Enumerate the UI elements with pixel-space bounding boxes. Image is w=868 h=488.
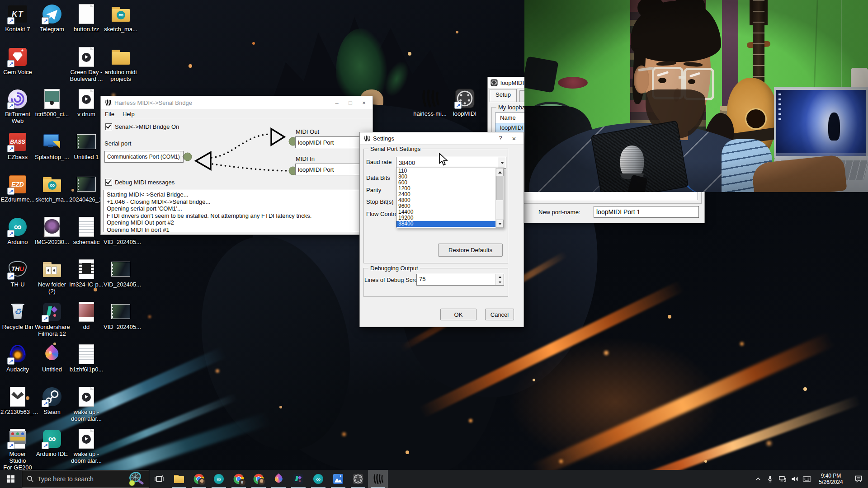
- desktop-icon-telegram[interactable]: ↗Telegram: [35, 4, 69, 33]
- debug-log-box[interactable]: Starting MIDI<->Serial Bridge...+1.046 -…: [104, 190, 370, 232]
- baud-option-110[interactable]: 110: [396, 168, 496, 174]
- chevron-down-icon[interactable]: [498, 157, 506, 168]
- bridge-on-checkbox[interactable]: Serial<->MIDI Bridge On: [105, 123, 179, 130]
- taskbar-app-hairless[interactable]: [368, 470, 388, 488]
- splashtop-icon: [42, 131, 62, 152]
- desktop-icon-label: BitTorrent Web: [0, 111, 35, 124]
- desktop-icon-schematic[interactable]: schematic: [69, 216, 104, 245]
- baud-option-2400[interactable]: 2400: [396, 192, 496, 197]
- desktop-icon-button-fzz[interactable]: button.fzz: [69, 4, 104, 33]
- hairless-titlebar[interactable]: Hairless MIDI<->Serial Bridge – □ ×: [101, 96, 373, 109]
- taskbar-app-arduino[interactable]: ∞: [209, 470, 229, 488]
- desktop-icon-sketch-ma[interactable]: ∞sketch_ma...: [104, 4, 138, 33]
- midi-out-label: MIDI Out: [296, 128, 319, 135]
- serial-port-combobox[interactable]: Communications Port (COM1): [104, 151, 184, 163]
- desktop-icon-wondershare-filmora-12[interactable]: ↗Wondershare Filmora 12: [35, 301, 69, 337]
- desktop-icon-ezbass[interactable]: BASS↗EZbass: [0, 131, 35, 160]
- desktop-icon-new-folder-2[interactable]: New folder (2): [35, 259, 69, 295]
- desktop-icon-lm324-ic-p[interactable]: lm324-IC-p...: [69, 259, 104, 288]
- taskbar-app-filmora[interactable]: [288, 470, 308, 488]
- desktop-icon-vid-202405[interactable]: VID_202405...: [104, 301, 138, 330]
- desktop-icon-steam[interactable]: ↗Steam: [35, 386, 69, 415]
- desktop-icon-arduino-midi-projects[interactable]: arduino midi projects: [104, 47, 138, 82]
- desktop-icon-img-20230[interactable]: IMG-20230...: [35, 216, 69, 245]
- minimize-button[interactable]: –: [330, 99, 344, 106]
- action-center-button[interactable]: [849, 470, 868, 488]
- desktop-icon-wake-up-doom-alar[interactable]: wake up - doom alar...: [69, 428, 104, 464]
- desktop-icon-green-day-boulevard[interactable]: Green Day - Boulevard ...: [69, 47, 104, 82]
- ok-button[interactable]: OK: [440, 309, 476, 320]
- desktop-icon-arduino[interactable]: ∞↗Arduino: [0, 216, 35, 245]
- photos-icon: [332, 473, 344, 485]
- taskbar-app-photos[interactable]: [328, 470, 348, 488]
- taskbar-app-task-view[interactable]: [149, 470, 169, 488]
- menu-help[interactable]: Help: [118, 111, 139, 117]
- desktop-icon-hairless-mi[interactable]: hairless-mi...: [413, 88, 447, 117]
- taskbar-app-chrome-profile[interactable]: [249, 470, 269, 488]
- taskbar-clock[interactable]: 9:40 PM 5/26/2024: [813, 470, 849, 488]
- baud-option-4800[interactable]: 4800: [396, 197, 496, 203]
- desktop-icon-splashtop[interactable]: Splashtop_...: [35, 131, 69, 160]
- baud-option-1200[interactable]: 1200: [396, 186, 496, 192]
- desktop-icon-20240426-1[interactable]: 20240426_1...: [69, 174, 104, 203]
- scrollback-spinbox[interactable]: 75: [416, 274, 504, 286]
- desktop-icon-sketch-ma[interactable]: ∞sketch_ma...: [35, 174, 69, 203]
- scroll-up-icon[interactable]: [496, 168, 504, 176]
- close-button[interactable]: ×: [507, 135, 521, 142]
- tray-keyboard-icon[interactable]: [801, 470, 813, 488]
- log-line: Opening MIDI In port #1: [107, 227, 367, 233]
- close-button[interactable]: ×: [357, 99, 371, 106]
- desktop-icon-gem-voice[interactable]: ↗Gem Voice: [0, 47, 35, 75]
- new-port-name-input[interactable]: [594, 206, 699, 218]
- checkbox-box[interactable]: [105, 179, 112, 186]
- dropdown-scrollbar[interactable]: [495, 168, 504, 228]
- settings-titlebar[interactable]: Settings ? ×: [360, 132, 524, 145]
- spin-up-icon[interactable]: [496, 274, 504, 280]
- tray-chevron-up-icon[interactable]: [752, 470, 764, 488]
- desktop-icon-dd[interactable]: dd: [69, 301, 104, 330]
- desktop-icon-audacity[interactable]: ↗Audacity: [0, 344, 35, 373]
- taskbar-app-drop[interactable]: [269, 470, 288, 488]
- desktop-icon-th-u[interactable]: THU↗TH-U: [0, 259, 35, 288]
- desktop-icon-recycle-bin[interactable]: ♻Recycle Bin: [0, 301, 35, 330]
- desktop-icon-bittorrent-web[interactable]: ↗BitTorrent Web: [0, 89, 35, 124]
- help-button[interactable]: ?: [494, 135, 507, 142]
- desktop-icon-ezdrumme[interactable]: EZD↗EZdrumme...: [0, 174, 35, 203]
- debug-midi-checkbox[interactable]: Debug MIDI messages: [105, 179, 175, 186]
- taskbar-app-folder[interactable]: [169, 470, 189, 488]
- baud-option-300[interactable]: 300: [396, 174, 496, 180]
- desktop-icon-vid-202405[interactable]: VID_202405...: [104, 259, 138, 288]
- desktop-icon-kontakt-7[interactable]: KT↗Kontakt 7: [0, 4, 35, 33]
- desktop-icon-tcrt5000-ci[interactable]: tcrt5000_ci...: [35, 89, 69, 117]
- scrollbar-thumb[interactable]: [496, 176, 503, 200]
- desktop-icon-v-drum[interactable]: v drum: [69, 89, 104, 117]
- start-button[interactable]: [0, 470, 22, 488]
- baud-rate-combobox[interactable]: 38400: [396, 157, 506, 169]
- tray-network-icon[interactable]: [776, 470, 788, 488]
- spin-down-icon[interactable]: [496, 280, 504, 286]
- tab-setup[interactable]: Setup: [490, 89, 517, 102]
- maximize-button[interactable]: □: [344, 99, 357, 106]
- desktop-icon-untitled[interactable]: Untitled: [35, 344, 69, 373]
- desktop-icon-loopmidi[interactable]: ↗loopMIDI: [448, 88, 482, 117]
- tray-microphone-icon[interactable]: [764, 470, 776, 488]
- taskbar-app-loopmidi[interactable]: [348, 470, 368, 488]
- search-box[interactable]: Type here to search: [22, 470, 149, 488]
- desktop-icon-mooer-studio-for-ge200[interactable]: ↗Mooer Studio For GE200: [0, 428, 35, 471]
- tray-volume-icon[interactable]: [788, 470, 801, 488]
- restore-defaults-button[interactable]: Restore Defaults: [438, 244, 503, 257]
- cancel-button[interactable]: Cancel: [485, 309, 514, 320]
- baud-option-38400[interactable]: 38400: [396, 221, 496, 227]
- checkbox-box[interactable]: [105, 123, 112, 130]
- desktop-icon-b1zhf6i1p0[interactable]: b1zhf6i1p0...: [69, 344, 104, 373]
- menu-file[interactable]: File: [101, 111, 118, 117]
- baud-option-600[interactable]: 600: [396, 180, 496, 186]
- taskbar-app-arduino[interactable]: ∞: [308, 470, 328, 488]
- desktop-icon-arduino-ide[interactable]: ∞↗Arduino IDE: [35, 428, 69, 457]
- taskbar-app-chrome-profile[interactable]: [189, 470, 209, 488]
- desktop-icon-untitled-1[interactable]: Untitled 1: [69, 131, 104, 160]
- scroll-down-icon[interactable]: [496, 220, 504, 228]
- taskbar-app-chrome-b[interactable]: B: [229, 470, 249, 488]
- desktop-icon-272130563[interactable]: 272130563_...: [0, 386, 35, 415]
- desktop-icon-wake-up-doom-alar[interactable]: wake up - doom alar...: [69, 386, 104, 422]
